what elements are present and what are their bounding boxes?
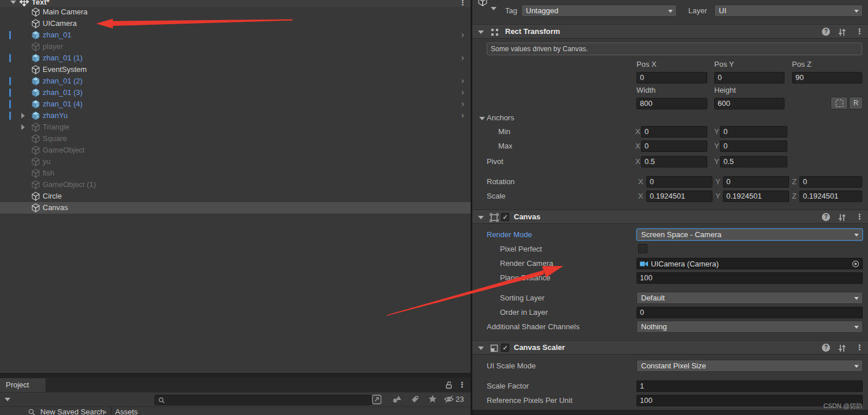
foldout-arrow-icon[interactable] [21, 124, 25, 130]
preset-icon[interactable] [837, 213, 847, 222]
scene-foldout-icon[interactable] [10, 1, 16, 4]
scale-factor-field[interactable]: 1 [636, 380, 863, 392]
filter-by-label-icon[interactable] [411, 395, 419, 403]
help-icon[interactable]: ? [822, 28, 830, 36]
kebab-menu-icon[interactable]: ⋮ [856, 212, 863, 221]
hidden-count-eye-icon[interactable] [444, 395, 454, 403]
anchor-min-y-field[interactable]: 0 [720, 126, 787, 138]
hierarchy-item-gameobject[interactable]: GameObject [0, 144, 471, 156]
open-search-window-icon[interactable] [372, 394, 382, 405]
favorites-star-icon[interactable] [428, 394, 437, 403]
help-icon[interactable]: ? [822, 213, 830, 221]
hierarchy-item-zhanyu[interactable]: zhanYu› [0, 110, 471, 121]
blueprint-mode-button[interactable] [831, 97, 848, 109]
pixel-perfect-checkbox[interactable] [638, 244, 647, 253]
component-foldout-icon[interactable] [478, 31, 484, 34]
hierarchy-item-main-camera[interactable]: Main Camera [0, 6, 471, 18]
ui-scale-mode-dropdown[interactable]: Constant Pixel Size [636, 360, 863, 372]
plane-distance-field[interactable]: 100 [636, 272, 863, 284]
gameobject-cube-icon [31, 169, 40, 178]
anchor-max-x-field[interactable]: 0 [641, 140, 707, 152]
scale-label: Scale [487, 192, 506, 200]
project-dropdown-caret-icon[interactable] [5, 398, 10, 401]
kebab-menu-icon[interactable]: ⋮ [856, 27, 863, 36]
pivot-x-field[interactable]: 0.5 [641, 156, 707, 167]
hierarchy-item-yu[interactable]: yu [0, 156, 471, 167]
hierarchy-item-fish[interactable]: fish [0, 167, 471, 179]
anchors-foldout-icon[interactable] [479, 117, 485, 120]
component-foldout-icon[interactable] [478, 347, 484, 350]
pos-y-field[interactable]: 0 [714, 72, 784, 83]
hierarchy-item-gameobject-1[interactable]: GameObject (1) [0, 179, 471, 191]
prefab-chevron-icon[interactable]: › [461, 76, 464, 85]
filter-by-type-icon[interactable] [392, 395, 402, 403]
chevron-down-icon [854, 326, 859, 329]
tab-project[interactable]: Project [0, 378, 46, 392]
hierarchy-item-player[interactable]: player [0, 41, 471, 52]
hierarchy-item-zhan-01-1[interactable]: zhan_01 (1)› [0, 52, 471, 64]
canvas-header[interactable]: ✓ Canvas ? ⋮ [472, 210, 868, 224]
assets-folder-label[interactable]: Assets [115, 408, 138, 415]
hierarchy-item-triangle[interactable]: Triangle [0, 121, 471, 133]
pos-z-field[interactable]: 90 [792, 72, 862, 83]
height-field[interactable]: 600 [714, 98, 784, 109]
anchor-min-x-field[interactable]: 0 [641, 126, 707, 138]
component-enabled-checkbox[interactable]: ✓ [501, 213, 509, 221]
tag-dropdown[interactable]: Untagged [521, 5, 677, 17]
hierarchy-item-uicamera[interactable]: UICamera [0, 18, 471, 29]
project-bottom-row: New Saved Search ▲ Assets [0, 406, 471, 415]
width-field[interactable]: 800 [636, 98, 707, 109]
scrollbar-up-icon[interactable]: ▲ [103, 409, 108, 414]
kebab-menu-icon[interactable]: ⋮ [856, 343, 863, 352]
pos-x-field[interactable]: 0 [636, 72, 707, 83]
prefab-chevron-icon[interactable]: › [461, 87, 464, 97]
hierarchy-item-circle[interactable]: Circle [0, 191, 471, 202]
prefab-chevron-icon[interactable]: › [461, 99, 464, 108]
component-enabled-checkbox[interactable]: ✓ [501, 344, 509, 352]
project-search-input[interactable] [154, 395, 372, 405]
order-in-layer-field[interactable]: 0 [636, 307, 863, 318]
gameobject-cube-icon [477, 0, 488, 6]
anchors-label: Anchors [487, 113, 514, 122]
rect-transform-header[interactable]: Rect Transform ? ⋮ [472, 24, 868, 39]
preset-icon[interactable] [837, 344, 847, 353]
pivot-y-field[interactable]: 0.5 [720, 156, 787, 167]
project-pane-divider [111, 406, 112, 415]
rotation-z-field[interactable]: 0 [799, 176, 862, 188]
hierarchy-item-zhan-01-2[interactable]: zhan_01 (2)› [0, 75, 471, 87]
rotation-x-field[interactable]: 0 [646, 176, 712, 188]
layer-label: Layer [688, 6, 707, 15]
help-icon[interactable]: ? [822, 344, 830, 352]
scale-x-field[interactable]: 0.1924501 [646, 191, 712, 202]
rotation-y-field[interactable]: 0 [723, 176, 789, 188]
lock-icon[interactable] [444, 380, 453, 390]
hierarchy-item-zhan-01[interactable]: zhan_01› [0, 29, 471, 41]
preset-icon[interactable] [837, 28, 847, 37]
render-mode-dropdown[interactable]: Screen Space - Camera [636, 229, 863, 241]
raw-edit-mode-button[interactable]: R [849, 97, 863, 109]
hierarchy-item-square[interactable]: Square [0, 133, 471, 144]
scale-z-field[interactable]: 0.1924501 [799, 191, 862, 202]
prefab-chevron-icon[interactable]: › [461, 53, 464, 62]
anchor-max-y-field[interactable]: 0 [720, 140, 787, 152]
layer-dropdown[interactable]: UI [714, 5, 863, 17]
additional-shader-channels-dropdown[interactable]: Nothing [636, 321, 863, 333]
sorting-layer-dropdown[interactable]: Default [636, 292, 863, 304]
gameobject-caret-icon[interactable] [491, 7, 496, 10]
object-picker-icon[interactable] [851, 260, 860, 268]
canvas-scaler-header[interactable]: ✓ Canvas Scaler ? ⋮ [472, 340, 868, 355]
saved-search-item[interactable]: New Saved Search [40, 408, 104, 415]
hierarchy-item-zhan-01-4[interactable]: zhan_01 (4)› [0, 98, 471, 110]
height-label: Height [714, 86, 736, 94]
component-foldout-icon[interactable] [478, 216, 484, 219]
gameobject-cube-icon [31, 203, 40, 212]
hierarchy-item-canvas[interactable]: Canvas [0, 202, 471, 214]
project-kebab-menu-icon[interactable]: ⋮ [458, 380, 466, 389]
hierarchy-item-eventsystem[interactable]: EventSystem [0, 64, 471, 75]
scale-y-field[interactable]: 0.1924501 [723, 191, 789, 202]
hierarchy-item-zhan-01-3[interactable]: zhan_01 (3)› [0, 87, 471, 98]
prefab-chevron-icon[interactable]: › [461, 30, 464, 39]
foldout-arrow-icon[interactable] [21, 113, 25, 119]
render-camera-object-field[interactable]: UICamera (Camera) [636, 258, 863, 269]
prefab-chevron-icon[interactable]: › [461, 111, 464, 120]
